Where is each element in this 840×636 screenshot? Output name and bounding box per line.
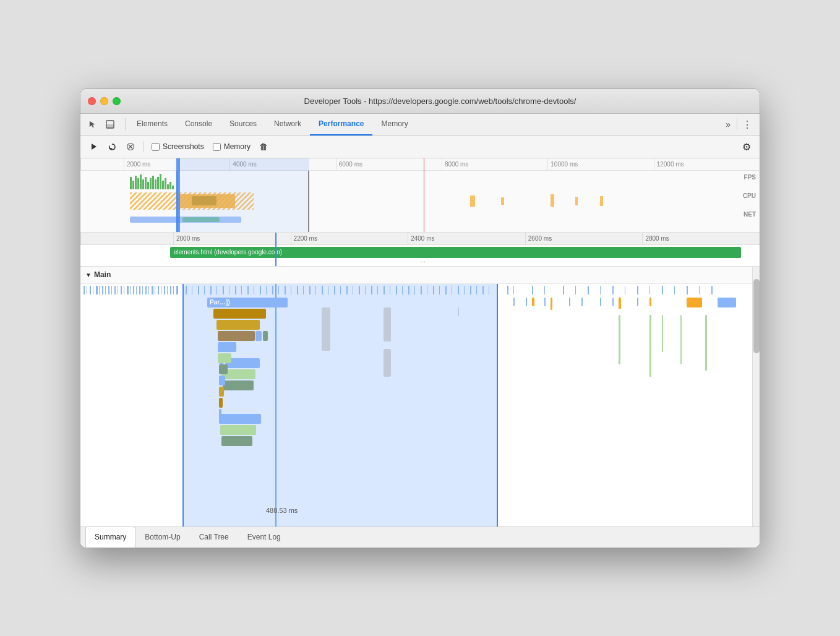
tab-summary[interactable]: Summary: [85, 526, 135, 548]
flame-bar-mid2: [218, 353, 231, 363]
flame-chart-container: ▼ Main: [80, 267, 760, 526]
flame-bar-4: [218, 331, 255, 341]
fr-blue-bar-wide: [718, 298, 736, 307]
gray-bar-3: [384, 349, 391, 377]
memory-checkbox[interactable]: [213, 143, 221, 151]
tab-call-tree[interactable]: Call Tree: [190, 526, 238, 548]
flame-bar-l-child2: [221, 436, 252, 446]
tab-elements[interactable]: Elements: [128, 113, 176, 135]
collapse-triangle[interactable]: ▼: [85, 272, 92, 278]
timing-label: 488.53 ms: [266, 507, 298, 514]
fr-bar-3: [619, 298, 621, 309]
flame-bar-mid4: [219, 376, 225, 385]
network-url-label: elements.html (developers.google.com): [174, 249, 282, 256]
gray-bar-1: [322, 307, 330, 351]
devtools-window: Developer Tools - https://developers.goo…: [80, 88, 760, 548]
fr-bar-1: [532, 298, 534, 306]
flame-chart[interactable]: Par…]) s: [80, 284, 760, 526]
tab-separator: [125, 118, 126, 131]
cpu-label: CPU: [743, 192, 756, 199]
tab-separator-right: [737, 118, 737, 131]
gray-bar-4: [458, 307, 459, 316]
d-ruler-2000: 2000 ms: [173, 233, 291, 244]
flame-bar-mid1: [218, 342, 236, 352]
fr-green-2: [649, 315, 651, 377]
close-button[interactable]: [88, 97, 96, 105]
more-tabs-button[interactable]: »: [722, 119, 734, 129]
flame-bar-s-child2: [223, 380, 254, 390]
detailed-ruler: 2000 ms 2200 ms 2400 ms 2600 ms 2800 ms: [80, 233, 760, 245]
minimize-button[interactable]: [100, 97, 108, 105]
reload-button[interactable]: [104, 139, 120, 155]
ruler-mark-10000: 10000 ms: [547, 158, 653, 170]
timeline-overview[interactable]: 2000 ms 4000 ms 6000 ms 8000 ms 10000 ms…: [80, 158, 760, 233]
fr-bar-2: [551, 298, 552, 310]
traffic-lights: [88, 97, 121, 105]
tab-performance[interactable]: Performance: [310, 113, 372, 135]
fr-blue-1: [513, 298, 515, 306]
tab-bottom-up[interactable]: Bottom-Up: [135, 526, 189, 548]
settings-button[interactable]: ⚙: [739, 139, 755, 155]
flame-bar-3: [216, 320, 260, 330]
fr-bar-4: [649, 298, 651, 306]
more-indicator: ...: [420, 256, 426, 264]
dock-icon[interactable]: [103, 117, 118, 132]
svg-marker-2: [92, 144, 96, 150]
clear-button[interactable]: [122, 139, 139, 155]
tab-memory[interactable]: Memory: [372, 113, 416, 135]
toolbar-right: ⚙: [739, 139, 755, 155]
flame-bar-mid3: [219, 364, 228, 374]
d-ruler-2400: 2400 ms: [408, 233, 525, 244]
flame-dashed-line: [275, 284, 276, 526]
toolbar: Screenshots Memory 🗑 ⚙: [80, 136, 760, 158]
flame-bar-2: [213, 309, 266, 319]
maximize-button[interactable]: [113, 97, 121, 105]
screenshots-checkbox[interactable]: [152, 143, 160, 151]
flame-bar-mid6: [219, 398, 223, 408]
d-ruler-2800: 2800 ms: [642, 233, 760, 244]
devtools-menu-button[interactable]: ⋮: [740, 117, 755, 132]
tab-sources[interactable]: Sources: [221, 113, 265, 135]
flame-bar-parse: Par…]): [207, 298, 288, 307]
fr-blue-3: [544, 298, 546, 306]
fr-blue-9: [699, 298, 700, 306]
fr-green-3: [662, 315, 663, 352]
fr-blue-4: [569, 298, 570, 306]
detail-blue-line: [275, 233, 276, 266]
tab-console[interactable]: Console: [176, 113, 221, 135]
fr-blue-2: [526, 298, 527, 306]
net-label: NET: [744, 211, 756, 218]
toolbar-separator: [144, 141, 144, 152]
memory-checkbox-label[interactable]: Memory: [213, 142, 251, 151]
fr-blue-6: [600, 298, 601, 306]
flame-row-0: [80, 285, 735, 295]
playhead-line: [424, 158, 424, 232]
cursor-icon[interactable]: [85, 117, 100, 132]
selection-overlay: [176, 171, 309, 232]
main-label: Main: [94, 270, 111, 279]
ruler-mark-0: [80, 158, 124, 170]
tab-network[interactable]: Network: [265, 113, 310, 135]
d-ruler-2200: 2200 ms: [291, 233, 408, 244]
scrollbar-thumb[interactable]: [753, 279, 760, 353]
record-button[interactable]: [85, 139, 101, 155]
trash-button[interactable]: 🗑: [255, 139, 272, 155]
flame-bar-mid7: [219, 409, 221, 419]
flame-bar-l-child: [220, 425, 256, 435]
tab-bar-tools: [85, 117, 118, 132]
tab-bar: Elements Console Sources Network Perform…: [80, 114, 760, 136]
network-detail-bar: elements.html (developers.google.com): [170, 247, 741, 258]
scrollbar[interactable]: [752, 267, 760, 526]
detailed-timeline: 2000 ms 2200 ms 2400 ms 2600 ms 2800 ms …: [80, 233, 760, 267]
fr-blue-8: [637, 298, 638, 306]
gray-bar-2: [384, 307, 391, 342]
ruler-mark-8000: 8000 ms: [442, 158, 547, 170]
flame-chart-header: ▼ Main: [80, 267, 760, 284]
tab-event-log[interactable]: Event Log: [238, 526, 290, 548]
flame-bar-4b: [255, 331, 262, 341]
selection-left-handle[interactable]: [176, 158, 180, 232]
d-ruler-2600: 2600 ms: [525, 233, 643, 244]
fr-blue-5: [581, 298, 583, 306]
fr-blue-7: [612, 298, 614, 306]
screenshots-checkbox-label[interactable]: Screenshots: [152, 142, 204, 151]
